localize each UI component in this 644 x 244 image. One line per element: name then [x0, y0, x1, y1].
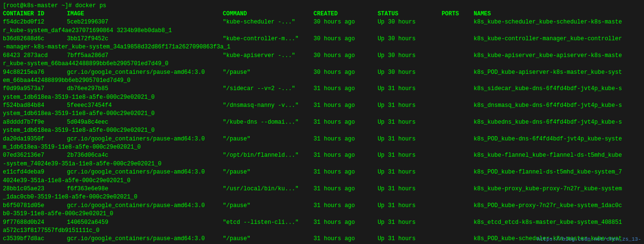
- col-created: 31 hours ago: [314, 102, 378, 110]
- table-row: b6f50781d05egcr.io/google_containers/pau…: [3, 202, 641, 210]
- col-container-id: 28bb1c05ae23: [3, 185, 67, 193]
- col-command: "kube-scheduler -...": [223, 18, 314, 26]
- table-row: 94c88215ea76gcr.io/google_containers/pau…: [3, 69, 641, 77]
- col-container-id: b36d82688d6c: [3, 35, 67, 43]
- col-ports: [441, 69, 474, 77]
- col-names: k8s_POD_kube-proxy-7n27r_kube-system_1da…: [474, 202, 641, 210]
- docker-ps-table: CONTAINER ID IMAGE COMMAND CREATED STATU…: [3, 10, 641, 244]
- col-command: "/pause": [223, 235, 314, 243]
- table-row: f524bad84b845feeec37454f4"/dnsmasq-nanny…: [3, 102, 641, 110]
- table-row: a8dddd7b7f9e5d049a8c4eec"/kube-dns --dom…: [3, 118, 641, 127]
- prompt-line: [root@k8s-master ~]# docker ps: [3, 2, 641, 10]
- col-ports: [441, 168, 474, 176]
- col-command: "kube-apiserver -...": [223, 52, 314, 60]
- table-row-sub: -system_74024e39-351a-11e8-a5fe-000c29e0…: [3, 160, 641, 168]
- col-names: k8s_kube-proxy_kube-proxy-7n27r_kube-sys…: [474, 185, 641, 193]
- col-status: Up 30 hours: [378, 69, 442, 77]
- col-sub: 4024e39-351a-11e8-a5fe-000c29e02021_0: [3, 177, 641, 185]
- col-image: gcr.io/google_containers/pause-amd64:3.0: [67, 135, 223, 143]
- table-row-sub: ystem_1db618ea-3519-11e8-a5fe-000c29e020…: [3, 127, 641, 135]
- col-status: Up 31 hours: [378, 185, 442, 193]
- prompt-text: [root@k8s-master ~]# docker ps: [3, 2, 106, 9]
- col-created: 30 hours ago: [314, 35, 378, 43]
- table-row: e11cfd4deba9gcr.io/google_containers/pau…: [3, 168, 641, 176]
- table-row: 28bb1c05ae23f6f363e6e98e"/usr/local/bin/…: [3, 185, 641, 193]
- col-image: 5feeec37454f4: [67, 102, 223, 110]
- col-created: 30 hours ago: [314, 69, 378, 77]
- col-names: k8s_POD_kube-apiserver-k8s-master_kube-s…: [474, 69, 641, 77]
- col-sub: m_1db618ea-3519-11e8-a5fe-000c29e02021_0: [3, 143, 641, 151]
- col-names: k8s_kube-scheduler_kube-scheduler-k8s-ma…: [474, 18, 641, 26]
- col-status: Up 30 hours: [378, 35, 442, 43]
- col-sub: r_kube-system_daf4ae237071690864 3234b98…: [3, 27, 641, 35]
- col-command: "/opt/bin/flanneld...": [223, 151, 314, 160]
- col-image: 1406502a6459: [67, 219, 223, 227]
- col-command: "/pause": [223, 202, 314, 210]
- table-row-sub: m_1db618ea-3519-11e8-a5fe-000c29e02021_0: [3, 143, 641, 151]
- col-ports: [441, 151, 474, 160]
- col-created: 31 hours ago: [314, 118, 378, 127]
- col-status: Up 31 hours: [378, 235, 442, 243]
- col-container-id: f524bad84b84: [3, 102, 67, 110]
- table-row-sub: b0-3519-11e8-a5fe-000c29e02021_0: [3, 210, 641, 218]
- col-sub: em_66baa442488899bb6eb2905701ed7d49_0: [3, 77, 641, 85]
- col-ports: [441, 202, 474, 210]
- col-ports: [441, 118, 474, 127]
- col-command: "/pause": [223, 168, 314, 176]
- col-status: Up 30 hours: [378, 18, 442, 26]
- col-ports: [441, 18, 474, 26]
- col-status: Up 31 hours: [378, 168, 442, 176]
- col-status: Up 31 hours: [378, 118, 442, 127]
- col-created: 31 hours ago: [314, 168, 378, 176]
- terminal: [root@k8s-master ~]# docker ps CONTAINER…: [0, 0, 644, 244]
- table-row-sub: ystem_1db618ea-3519-11e8-a5fe-000c29e020…: [3, 110, 641, 118]
- col-ports: [441, 85, 474, 93]
- table-row-sub: -manager-k8s-master_kube-system_34a19858…: [3, 43, 641, 51]
- col-ports: [441, 35, 474, 43]
- col-status: Up 31 hours: [378, 202, 442, 210]
- table-header-row: CONTAINER ID IMAGE COMMAND CREATED STATU…: [3, 10, 641, 18]
- col-command: "/pause": [223, 135, 314, 143]
- col-sub: -system_74024e39-351a-11e8-a5fe-000c29e0…: [3, 160, 641, 168]
- table-row-sub: em_66baa442488899bb6eb2905701ed7d49_0: [3, 77, 641, 85]
- col-image: 5ceb21996307: [67, 18, 223, 26]
- col-command: "etcd --listen-cli...": [223, 219, 314, 227]
- col-container-id: 9f77688d0b24: [3, 219, 67, 227]
- col-names: k8s_dnsmasq_kube-dns-6f4fd4bdf-jvt4p_kub…: [474, 102, 641, 110]
- col-container-id: f54dc2bd0f12: [3, 18, 67, 26]
- col-container-id: da20da19350f: [3, 135, 67, 143]
- col-ports: [441, 235, 474, 243]
- table-row: f54dc2bd0f125ceb21996307"kube-scheduler …: [3, 18, 641, 26]
- col-container-id: 07ed362136e7: [3, 151, 67, 160]
- col-container-id: c3539bf7d8ac: [3, 235, 67, 243]
- col-image: f6f363e6e98e: [67, 185, 223, 193]
- table-row-sub: _1dac0cb0-3519-11e8-a5fe-000c29e02021_0: [3, 193, 641, 201]
- col-command: "/sidecar --v=2 -...": [223, 85, 314, 93]
- col-sub: ystem_1db618ea-3519-11e8-a5fe-000c29e020…: [3, 127, 641, 135]
- col-container-id: 94c88215ea76: [3, 69, 67, 77]
- col-image: gcr.io/google_containers/pause-amd64:3.0: [67, 69, 223, 77]
- col-ports: [441, 52, 474, 60]
- col-created: 31 hours ago: [314, 235, 378, 243]
- col-sub: -manager-k8s-master_kube-system_34a19858…: [3, 43, 641, 51]
- col-sub: r_kube-system_66baa442488899bb6eb2905701…: [3, 60, 641, 68]
- table-row-sub: a572c13f8177557fdb9151111c_0: [3, 227, 641, 235]
- col-names: k8s_kube-flannel_kube-flannel-ds-t5mhd_k…: [474, 151, 641, 160]
- col-status: Up 31 hours: [378, 85, 442, 93]
- table-row-sub: 4024e39-351a-11e8-a5fe-000c29e02021_0: [3, 177, 641, 185]
- col-ports: [441, 135, 474, 143]
- col-image: 5d049a8c4eec: [67, 118, 223, 127]
- header-names: NAMES: [474, 10, 641, 18]
- col-command: "/pause": [223, 69, 314, 77]
- col-command: "/dnsmasq-nanny -v...": [223, 102, 314, 110]
- col-names: k8s_POD_kube-dns-6f4fd4bdf-jvt4p_kube-sy…: [474, 135, 641, 143]
- col-names: k8s_kube-apiserver_kube-apiserver-k8s-ma…: [474, 52, 641, 60]
- col-image: 7bff5aa286d7: [67, 52, 223, 60]
- table-row-sub: r_kube-system_daf4ae237071690864 3234b98…: [3, 27, 641, 35]
- col-status: Up 31 hours: [378, 102, 442, 110]
- col-command: "/kube-dns --domai...": [223, 118, 314, 127]
- col-command: "kube-controller-m...": [223, 35, 314, 43]
- header-container-id: CONTAINER ID: [3, 10, 67, 18]
- table-row: da20da19350fgcr.io/google_containers/pau…: [3, 135, 641, 143]
- table-row: b36d82688d6c3bb172f9452c"kube-controller…: [3, 35, 641, 43]
